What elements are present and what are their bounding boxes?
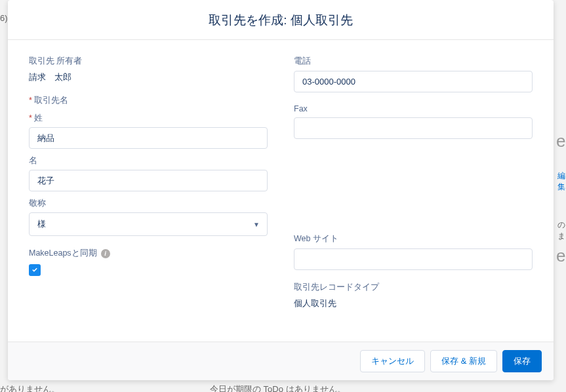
owner-label: 取引先 所有者 [29,56,268,67]
fax-label: Fax [294,104,533,113]
record-type-label: 取引先レコードタイプ [294,282,533,293]
lastname-label: 姓 [29,113,268,124]
bg-text: 今日が期限の ToDo はありません。 [210,383,346,392]
bg-text: 6) [0,13,8,23]
record-type-value: 個人取引先 [294,298,336,308]
left-column: 取引先 所有者 請求 太郎 取引先名 姓 名 敬称 様 ▼ [29,56,268,321]
sync-label: MakeLeapsと同期 [29,248,97,259]
modal-footer: キャンセル 保存 & 新規 保存 [8,342,554,380]
firstname-label: 名 [29,155,268,167]
phone-input[interactable] [294,71,533,92]
firstname-input[interactable] [29,170,268,191]
cancel-button[interactable]: キャンセル [360,350,425,372]
save-button[interactable]: 保存 [502,350,542,372]
bg-text: 編集 [557,170,566,193]
modal-body[interactable]: 取引先 所有者 請求 太郎 取引先名 姓 名 敬称 様 ▼ [8,40,554,342]
bg-letter: e [556,246,565,266]
fax-input[interactable] [294,117,533,139]
right-column: 電話 Fax Web サイト 取引先レコードタイプ 個人取引先 [294,56,533,321]
save-and-new-button[interactable]: 保存 & 新規 [430,350,497,372]
info-icon[interactable]: i [101,249,110,258]
website-label: Web サイト [294,233,533,245]
account-name-label: 取引先名 [29,95,268,106]
salutation-select[interactable]: 様 [29,212,268,236]
phone-label: 電話 [294,56,533,67]
bg-letter: e [556,131,565,151]
website-input[interactable] [294,248,533,270]
bg-text: のま [557,220,566,242]
check-icon [31,266,39,274]
bg-text: がありません。 [0,383,60,392]
create-account-modal: 取引先を作成: 個人取引先 取引先 所有者 請求 太郎 取引先名 姓 名 敬称 … [8,0,554,380]
lastname-input[interactable] [29,127,268,149]
modal-header: 取引先を作成: 個人取引先 [8,0,554,40]
sync-checkbox[interactable] [29,264,41,276]
salutation-label: 敬称 [29,198,268,209]
modal-title: 取引先を作成: 個人取引先 [8,12,554,29]
owner-value: 請求 太郎 [29,72,71,82]
